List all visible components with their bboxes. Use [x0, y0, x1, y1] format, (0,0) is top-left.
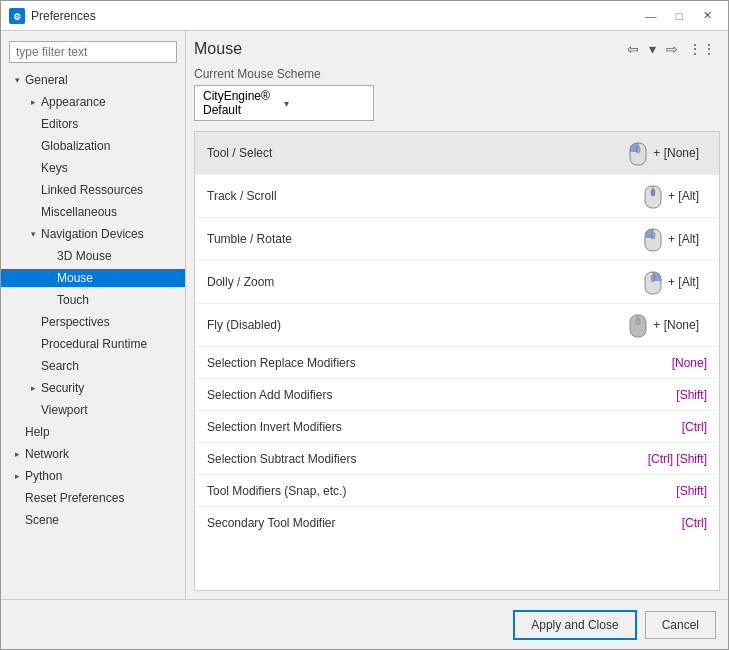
expander-icon — [25, 358, 41, 374]
sidebar-item-editors[interactable]: Editors — [1, 113, 185, 135]
dropdown-button[interactable]: ▾ — [645, 39, 660, 59]
modifier-value: [None] — [672, 356, 707, 370]
sidebar-item-appearance[interactable]: ▸Appearance — [1, 91, 185, 113]
sidebar-item-scene[interactable]: Scene — [1, 509, 185, 531]
close-button[interactable]: ✕ — [694, 6, 720, 26]
bindings-container: Tool / Select+ [None]Track / Scroll+ [Al… — [195, 132, 719, 539]
footer: Apply and Close Cancel — [1, 599, 728, 649]
sidebar-item-general[interactable]: ▾General — [1, 69, 185, 91]
binding-modifier: + [None] — [653, 146, 699, 160]
binding-row-tumble-rotate[interactable]: Tumble / Rotate+ [Alt] — [195, 218, 719, 261]
sidebar-item-label: Keys — [41, 161, 68, 175]
sidebar-item-search[interactable]: Search — [1, 355, 185, 377]
sidebar-item-label: Appearance — [41, 95, 106, 109]
sidebar-item-procedural-runtime[interactable]: Procedural Runtime — [1, 333, 185, 355]
bindings-table: Tool / Select+ [None]Track / Scroll+ [Al… — [194, 131, 720, 591]
binding-name: Tumble / Rotate — [207, 232, 642, 246]
filter-input[interactable] — [9, 41, 177, 63]
back-icon: ⇦ — [627, 41, 639, 57]
back-button[interactable]: ⇦ — [623, 39, 643, 59]
expander-icon — [41, 292, 57, 308]
binding-row-tool-select[interactable]: Tool / Select+ [None] — [195, 132, 719, 175]
modifier-value: [Shift] — [676, 388, 707, 402]
minimize-button[interactable]: — — [638, 6, 664, 26]
expander-icon — [25, 402, 41, 418]
binding-modifier: + [None] — [653, 318, 699, 332]
binding-modifier: + [Alt] — [668, 232, 699, 246]
sidebar-item-label: Python — [25, 469, 62, 483]
preferences-window: ⚙ Preferences — □ ✕ ▾General▸AppearanceE… — [0, 0, 729, 650]
binding-row-fly-disabled[interactable]: Fly (Disabled)+ [None] — [195, 304, 719, 347]
binding-modifier: + [Alt] — [668, 189, 699, 203]
binding-row-selection-subtract[interactable]: Selection Subtract Modifiers[Ctrl] [Shif… — [195, 443, 719, 475]
panel-header: Mouse ⇦ ▾ ⇨ ⋮⋮ — [194, 39, 720, 59]
sidebar-item-label: Editors — [41, 117, 78, 131]
binding-row-dolly-zoom[interactable]: Dolly / Zoom+ [Alt] — [195, 261, 719, 304]
sidebar-item-keys[interactable]: Keys — [1, 157, 185, 179]
binding-name: Dolly / Zoom — [207, 275, 642, 289]
forward-button[interactable]: ⇨ — [662, 39, 682, 59]
scheme-dropdown[interactable]: CityEngine® Default ▾ — [194, 85, 374, 121]
expander-icon — [25, 138, 41, 154]
binding-visual: + [Alt] — [642, 267, 699, 297]
more-icon: ⋮⋮ — [688, 41, 716, 57]
panel-title: Mouse — [194, 40, 242, 58]
expander-icon — [41, 270, 57, 286]
sidebar-item-miscellaneous[interactable]: Miscellaneous — [1, 201, 185, 223]
expander-icon — [9, 424, 25, 440]
binding-row-selection-add[interactable]: Selection Add Modifiers[Shift] — [195, 379, 719, 411]
mouse-icon — [642, 224, 664, 254]
mouse-icon — [627, 138, 649, 168]
sidebar-item-python[interactable]: ▸Python — [1, 465, 185, 487]
sidebar-item-label: Navigation Devices — [41, 227, 144, 241]
svg-rect-7 — [651, 189, 655, 196]
window-title: Preferences — [31, 9, 638, 23]
maximize-button[interactable]: □ — [666, 6, 692, 26]
sidebar-item-security[interactable]: ▸Security — [1, 377, 185, 399]
binding-row-selection-invert[interactable]: Selection Invert Modifiers[Ctrl] — [195, 411, 719, 443]
binding-row-selection-replace[interactable]: Selection Replace Modifiers[None] — [195, 347, 719, 379]
binding-name: Selection Subtract Modifiers — [207, 452, 648, 466]
sidebar-item-label: Touch — [57, 293, 89, 307]
expander-icon: ▸ — [25, 380, 41, 396]
binding-row-tool-modifiers-snap[interactable]: Tool Modifiers (Snap, etc.)[Shift] — [195, 475, 719, 507]
scheme-arrow-icon: ▾ — [284, 98, 365, 109]
expander-icon: ▾ — [9, 72, 25, 88]
mouse-icon — [642, 267, 664, 297]
sidebar-item-label: General — [25, 73, 68, 87]
sidebar-item-3d-mouse[interactable]: 3D Mouse — [1, 245, 185, 267]
scheme-label: Current Mouse Scheme — [194, 67, 720, 81]
apply-close-button[interactable]: Apply and Close — [513, 610, 636, 640]
scheme-value: CityEngine® Default — [203, 89, 284, 117]
binding-name: Tool / Select — [207, 146, 627, 160]
cancel-button[interactable]: Cancel — [645, 611, 716, 639]
expander-icon: ▸ — [9, 446, 25, 462]
svg-text:⚙: ⚙ — [13, 12, 21, 22]
scheme-section: Current Mouse Scheme CityEngine® Default… — [194, 67, 720, 121]
sidebar-item-linked-resources[interactable]: Linked Ressources — [1, 179, 185, 201]
binding-row-secondary-tool-modifier[interactable]: Secondary Tool Modifier[Ctrl] — [195, 507, 719, 539]
sidebar-item-touch[interactable]: Touch — [1, 289, 185, 311]
sidebar-item-mouse[interactable]: Mouse — [1, 267, 185, 289]
mouse-icon — [642, 181, 664, 211]
expander-icon: ▸ — [9, 468, 25, 484]
expander-icon — [25, 204, 41, 220]
binding-visual: + [Alt] — [642, 181, 699, 211]
sidebar-item-label: Perspectives — [41, 315, 110, 329]
sidebar-item-viewport[interactable]: Viewport — [1, 399, 185, 421]
sidebar-item-network[interactable]: ▸Network — [1, 443, 185, 465]
binding-name: Fly (Disabled) — [207, 318, 627, 332]
sidebar-item-label: Procedural Runtime — [41, 337, 147, 351]
modifier-value: [Ctrl] [Shift] — [648, 452, 707, 466]
sidebar-item-label: Search — [41, 359, 79, 373]
sidebar-item-label: Security — [41, 381, 84, 395]
sidebar-item-perspectives[interactable]: Perspectives — [1, 311, 185, 333]
sidebar-item-help[interactable]: Help — [1, 421, 185, 443]
tree-container: ▾General▸AppearanceEditorsGlobalizationK… — [1, 69, 185, 531]
more-options-button[interactable]: ⋮⋮ — [684, 39, 720, 59]
binding-row-track-scroll[interactable]: Track / Scroll+ [Alt] — [195, 175, 719, 218]
sidebar-item-navigation-devices[interactable]: ▾Navigation Devices — [1, 223, 185, 245]
binding-name: Selection Invert Modifiers — [207, 420, 682, 434]
sidebar-item-reset-preferences[interactable]: Reset Preferences — [1, 487, 185, 509]
sidebar-item-globalization[interactable]: Globalization — [1, 135, 185, 157]
